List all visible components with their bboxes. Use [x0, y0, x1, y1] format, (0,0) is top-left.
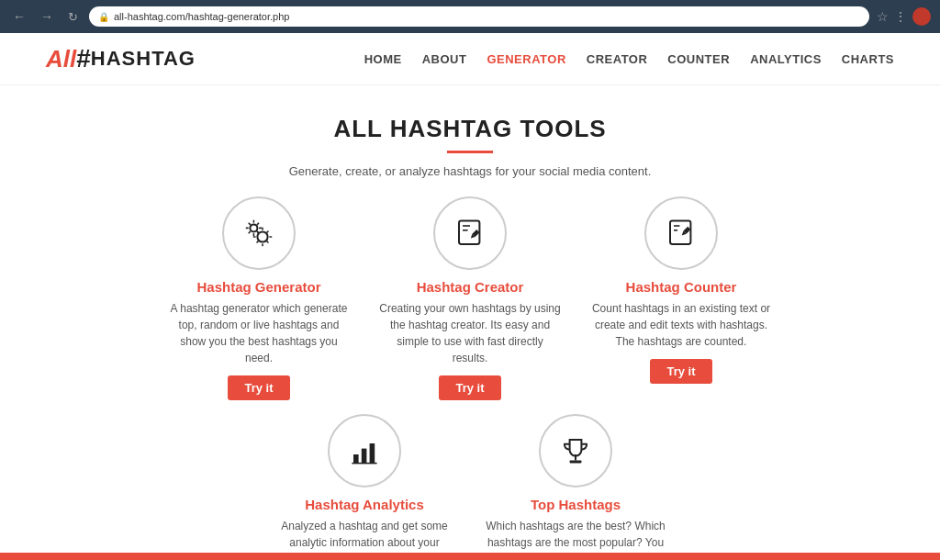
generator-try-button[interactable]: Try it	[228, 375, 289, 400]
generator-desc: A hashtag generator which generate top, …	[167, 300, 351, 366]
logo: All # HASHTAG	[46, 44, 196, 73]
nav-counter[interactable]: COUNTER	[667, 52, 730, 66]
svg-point-1	[257, 231, 267, 241]
logo-all: All	[46, 45, 76, 73]
counter-try-button[interactable]: Try it	[650, 359, 711, 384]
gear-icon	[241, 215, 277, 252]
analytics-icon-circle	[328, 414, 401, 487]
lock-icon: 🔒	[98, 12, 109, 22]
avatar	[912, 7, 931, 26]
hero-section: ALL HASHTAG TOOLS Generate, create, or a…	[0, 85, 940, 187]
generator-title: Hashtag Generator	[167, 279, 351, 295]
tools-section: Hashtag Generator A hashtag generator wh…	[0, 187, 940, 560]
browser-actions: ☆ ⋮	[877, 7, 931, 26]
tools-row-1: Hashtag Generator A hashtag generator wh…	[73, 196, 867, 400]
address-bar[interactable]: 🔒 all-hashtag.com/hashtag-generator.php	[89, 6, 869, 27]
edit-icon	[452, 215, 488, 252]
bar-chart-icon	[346, 432, 383, 469]
forward-button[interactable]: →	[37, 7, 57, 26]
tool-card-counter: Hashtag Counter Count hashtags in an exi…	[589, 196, 773, 400]
page-title: ALL HASHTAG TOOLS	[18, 115, 922, 143]
top-icon-circle	[539, 414, 612, 487]
hero-subtitle: Generate, create, or analyze hashtags fo…	[18, 164, 922, 178]
tool-card-creator: Hashtag Creator Creating your own hashta…	[378, 196, 562, 400]
nav-about[interactable]: ABOUT	[422, 52, 467, 66]
logo-hash: #	[76, 44, 91, 73]
counter-icon	[663, 215, 699, 252]
svg-rect-8	[353, 454, 359, 464]
tools-row-2: Hashtag Analytics Analyzed a hashtag and…	[73, 414, 867, 560]
header: All # HASHTAG HOME ABOUT GENERATOR CREAT…	[0, 33, 940, 85]
svg-rect-10	[370, 443, 375, 464]
svg-rect-13	[570, 460, 582, 463]
nav-generator[interactable]: GENERATOR	[487, 52, 565, 66]
top-title: Top Hashtags	[484, 497, 667, 512]
nav-analytics[interactable]: ANALYTICS	[750, 52, 822, 66]
analytics-title: Hashtag Analytics	[273, 497, 456, 512]
creator-try-button[interactable]: Try it	[439, 375, 500, 400]
logo-hashtag: HASHTAG	[91, 47, 196, 71]
tool-card-analytics: Hashtag Analytics Analyzed a hashtag and…	[273, 414, 456, 560]
counter-desc: Count hashtags in an existing text or cr…	[589, 300, 773, 350]
browser-chrome: ← → ↻ 🔒 all-hashtag.com/hashtag-generato…	[0, 0, 940, 33]
back-button[interactable]: ←	[9, 7, 29, 26]
creator-desc: Creating your own hashtags by using the …	[378, 300, 562, 366]
url-text: all-hashtag.com/hashtag-generator.php	[114, 11, 289, 22]
generator-icon-circle	[222, 196, 296, 270]
reload-button[interactable]: ↻	[64, 8, 82, 26]
svg-point-0	[250, 224, 257, 231]
counter-title: Hashtag Counter	[589, 279, 773, 295]
trophy-icon	[557, 432, 594, 469]
title-underline	[447, 151, 493, 153]
nav-home[interactable]: HOME	[364, 52, 402, 66]
nav-creator[interactable]: CREATOR	[587, 52, 648, 66]
nav-charts[interactable]: CHARTS	[842, 52, 894, 66]
creator-title: Hashtag Creator	[378, 279, 562, 295]
svg-rect-9	[362, 449, 367, 464]
creator-icon-circle	[433, 196, 507, 270]
counter-icon-circle	[644, 196, 718, 270]
tool-card-top: Top Hashtags Which hashtags are the best…	[484, 414, 667, 560]
page: All # HASHTAG HOME ABOUT GENERATOR CREAT…	[0, 33, 940, 560]
menu-icon[interactable]: ⋮	[894, 9, 907, 24]
bookmark-icon[interactable]: ☆	[877, 9, 889, 24]
bottom-bar	[0, 553, 940, 560]
main-nav: HOME ABOUT GENERATOR CREATOR COUNTER ANA…	[364, 52, 894, 66]
tool-card-generator: Hashtag Generator A hashtag generator wh…	[167, 196, 351, 400]
